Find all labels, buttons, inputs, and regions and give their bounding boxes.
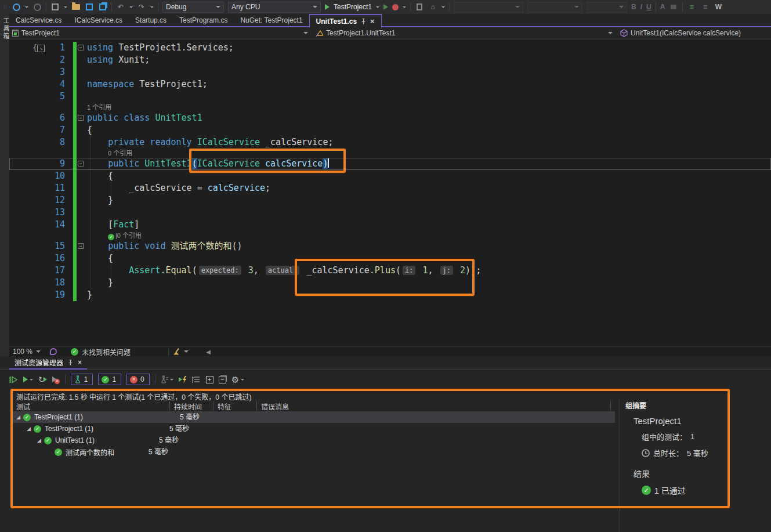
close-icon[interactable]: ×	[370, 19, 375, 24]
line-number[interactable]: 6	[9, 112, 73, 124]
code-text[interactable]: [Fact]	[86, 219, 139, 231]
run-button[interactable]	[23, 377, 33, 382]
platform-dropdown[interactable]: Any CPU	[228, 2, 321, 13]
health-message[interactable]: 未找到相关问题	[82, 347, 131, 357]
code-cleanup-icon[interactable]	[173, 348, 180, 356]
code-editor[interactable]: {↘ 1−using TestProject1.Services;2using …	[9, 39, 771, 346]
configuration-dropdown[interactable]: Debug	[162, 2, 224, 13]
line-number[interactable]: 7	[9, 124, 73, 136]
code-text[interactable]: using TestProject1.Services;	[86, 42, 234, 54]
line-number[interactable]: 2	[9, 54, 73, 66]
breadcrumb-project[interactable]: TestProject1	[9, 27, 313, 39]
repeat-last-run-button[interactable]: ↻	[38, 375, 47, 384]
code-line-3[interactable]: 3	[9, 66, 771, 78]
expand-all-button[interactable]: +	[206, 376, 213, 383]
code-line-13[interactable]: 13	[9, 207, 771, 219]
passed-tests-count[interactable]: ✓ 1	[98, 374, 121, 385]
code-text[interactable]	[86, 66, 87, 78]
line-number[interactable]: 5	[9, 91, 73, 103]
codelens-row[interactable]: ✓|0 个引用	[9, 231, 771, 240]
line-number[interactable]: 16	[9, 252, 73, 265]
hot-reload-caret-icon[interactable]	[403, 6, 406, 8]
home-icon[interactable]: ⌂	[428, 2, 437, 12]
test-explorer-tab[interactable]: 测试资源管理器 ×	[9, 356, 87, 370]
open-folder-icon[interactable]	[71, 2, 81, 12]
fold-collapse-icon[interactable]: −	[78, 161, 84, 167]
navigate-back-caret-icon[interactable]	[25, 6, 28, 8]
failed-tests-count[interactable]: × 0	[126, 374, 150, 385]
navigate-back-icon[interactable]	[12, 2, 21, 12]
redo-caret-icon[interactable]	[150, 6, 154, 8]
new-project-caret-icon[interactable]	[64, 6, 67, 8]
collapse-all-button[interactable]: −	[219, 376, 226, 383]
codelens-row[interactable]: 0 个引用	[9, 149, 771, 158]
line-number[interactable]: 4	[9, 78, 73, 91]
line-number[interactable]: 11	[9, 182, 73, 194]
code-text[interactable]: {	[86, 124, 92, 136]
code-text[interactable]: using Xunit;	[86, 54, 150, 66]
code-text[interactable]	[86, 207, 87, 219]
code-line-10[interactable]: 10 {	[9, 170, 771, 182]
line-number[interactable]: 14	[9, 219, 73, 231]
tab-calcservice-cs[interactable]: CalcService.cs	[9, 14, 68, 26]
hot-reload-icon[interactable]	[392, 4, 399, 10]
pin-icon[interactable]	[360, 18, 367, 24]
tab-icalcservice-cs[interactable]: ICalcService.cs	[68, 14, 129, 26]
code-text[interactable]: _calcService = calcService;	[86, 182, 270, 194]
line-number[interactable]: 18	[9, 277, 73, 289]
code-cleanup-caret-icon[interactable]	[184, 350, 189, 353]
line-number[interactable]: 9	[9, 158, 73, 170]
code-line-8[interactable]: 8 private readonly ICalcService _calcSer…	[9, 136, 771, 149]
code-line-12[interactable]: 12 }	[9, 194, 771, 207]
run-all-tests-button[interactable]	[9, 376, 18, 383]
save-icon[interactable]	[85, 2, 94, 12]
group-by-button[interactable]	[192, 376, 201, 383]
code-line-7[interactable]: 7{	[9, 124, 771, 136]
tab-unittest1-cs[interactable]: UnitTest1.cs×	[309, 14, 382, 27]
zoom-caret-icon[interactable]	[36, 350, 41, 353]
code-line-5[interactable]: 5	[9, 91, 771, 103]
close-icon[interactable]: ×	[78, 359, 82, 367]
start-caret-icon[interactable]	[376, 6, 379, 8]
fold-collapse-icon[interactable]: −	[78, 115, 84, 121]
fold-collapse-icon[interactable]: −	[78, 45, 84, 50]
settings-button[interactable]: ⚙	[231, 375, 244, 384]
breadcrumb-member[interactable]: UnitTest1(ICalcService calcService)	[617, 27, 771, 39]
tab-startup-cs[interactable]: Startup.cs	[129, 14, 173, 26]
line-number[interactable]: 13	[9, 207, 73, 219]
code-text[interactable]: namespace TestProject1;	[86, 78, 208, 91]
zoom-level[interactable]: 100 %	[13, 348, 32, 356]
pin-icon[interactable]	[67, 359, 74, 365]
code-line-14[interactable]: 14 [Fact]	[9, 219, 771, 231]
toolbar-grip[interactable]: ⁞⁞	[3, 4, 8, 10]
line-number[interactable]: 10	[9, 170, 73, 182]
playlist-button[interactable]	[161, 375, 173, 383]
cancel-run-button[interactable]: ×	[52, 375, 60, 384]
toolbox-strip[interactable]: 工具箱	[0, 14, 9, 356]
start-without-debug-icon[interactable]	[383, 4, 388, 10]
undo-caret-icon[interactable]	[129, 6, 133, 8]
start-debug-icon[interactable]	[325, 4, 330, 10]
navigate-forward-icon[interactable]	[32, 2, 42, 12]
code-text[interactable]: public class UnitTest1	[86, 112, 202, 124]
save-all-icon[interactable]	[98, 2, 107, 12]
total-tests-count[interactable]: 1	[71, 374, 93, 385]
code-line-15[interactable]: 15− public void 测试两个数的和()	[9, 240, 771, 252]
codelens-row[interactable]: 1 个引用	[9, 103, 771, 112]
code-text[interactable]: public void 测试两个数的和()	[86, 240, 242, 252]
line-number[interactable]: 12	[9, 194, 73, 207]
code-line-2[interactable]: 2using Xunit;	[9, 54, 771, 66]
run-until-failure-button[interactable]	[179, 376, 187, 383]
redo-icon[interactable]: ↷	[137, 2, 146, 12]
undo-icon[interactable]: ↶	[116, 2, 125, 12]
code-line-1[interactable]: 1−using TestProject1.Services;	[9, 42, 771, 54]
code-line-6[interactable]: 6−public class UnitTest1	[9, 112, 771, 124]
code-line-4[interactable]: 4namespace TestProject1;	[9, 78, 771, 91]
code-health-icon[interactable]	[50, 348, 57, 355]
hscroll-left-arrow-icon[interactable]: ◀	[206, 349, 211, 355]
tab-testprogram-cs[interactable]: TestProgram.cs	[173, 14, 234, 26]
code-text[interactable]: }	[86, 289, 92, 301]
start-project-label[interactable]: TestProject1	[334, 3, 372, 11]
code-text[interactable]: private readonly ICalcService _calcServi…	[86, 136, 333, 149]
find-in-files-icon[interactable]	[415, 2, 424, 12]
